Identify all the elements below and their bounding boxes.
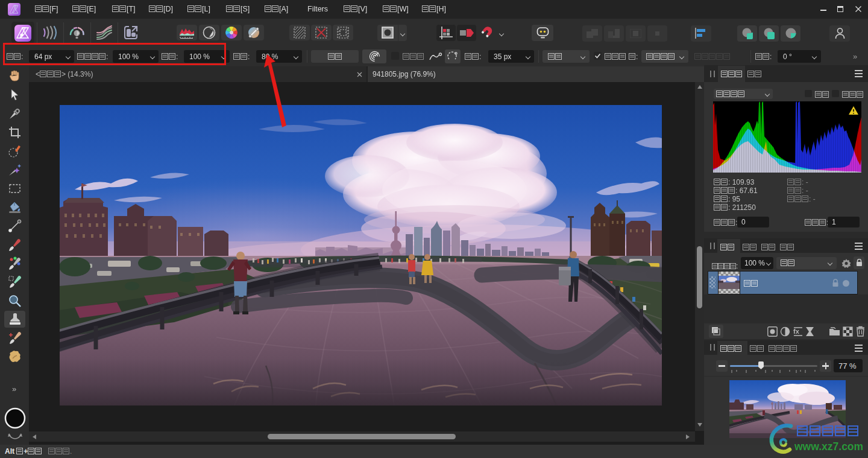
- svg-text:fx: fx: [793, 328, 800, 335]
